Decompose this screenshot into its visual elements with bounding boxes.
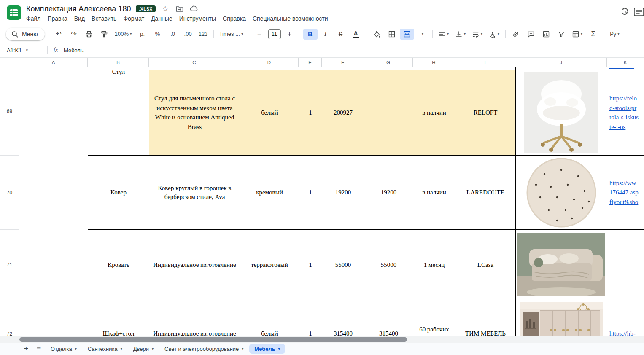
menu-format[interactable]: Формат [120, 14, 148, 23]
redo-button[interactable]: ↷ [67, 29, 81, 40]
cell-H69[interactable]: в налчии [413, 70, 455, 156]
percent-format-button[interactable]: % [151, 29, 165, 40]
col-header-B[interactable]: B [88, 58, 149, 67]
col-header-J[interactable]: J [515, 58, 607, 67]
merge-cells-caret[interactable]: ▾ [415, 29, 429, 40]
menu-data[interactable]: Данные [148, 14, 176, 23]
sheet-tab-dveri[interactable]: Двери▾ [128, 344, 159, 354]
vertical-align-button[interactable]: ▾ [453, 29, 469, 40]
column-a-cells[interactable] [19, 67, 88, 336]
horizontal-align-button[interactable]: ▾ [436, 29, 452, 40]
menu-file[interactable]: Файл [23, 14, 44, 23]
cell-K71[interactable] [607, 230, 644, 300]
col-header-G[interactable]: G [364, 58, 413, 67]
decrease-decimal-button[interactable]: .0 [166, 29, 180, 40]
side-panel-icon[interactable] [633, 7, 644, 17]
menu-edit[interactable]: Правка [44, 14, 70, 23]
text-rotation-button[interactable]: ▾ [486, 29, 502, 40]
document-title[interactable]: Комплектация Алексеева 180 [26, 5, 131, 13]
cell-K68-partial[interactable] [607, 67, 644, 70]
cell-E69[interactable]: 1 [299, 70, 322, 156]
cell-I72[interactable]: ТИМ МЕБЕЛЬ [455, 300, 515, 336]
cell-I70[interactable]: LAREDOUTE [455, 156, 515, 230]
cell-C70[interactable]: Ковер круглый в горошек в берберском сти… [149, 156, 240, 230]
all-sheets-button[interactable]: ≡ [33, 344, 45, 354]
cell-G68-partial[interactable] [364, 67, 413, 70]
menu-insert[interactable]: Вставить [88, 14, 120, 23]
undo-button[interactable]: ↶ [51, 29, 66, 40]
cell-D69[interactable]: белый [240, 70, 299, 156]
insert-chart-button[interactable] [539, 29, 553, 40]
cell-D70[interactable]: кремовый [240, 156, 299, 230]
row-header-70[interactable]: 70 [0, 156, 19, 230]
zoom-select[interactable]: 100%▾ [112, 29, 135, 40]
col-header-D[interactable]: D [240, 58, 299, 67]
cell-B70[interactable]: Ковер [88, 156, 149, 230]
link-line[interactable]: 176447.asp [609, 188, 639, 197]
create-filter-button[interactable] [554, 29, 569, 40]
cell-K69[interactable]: https://relo d-stools/pr tola-s-iskus te… [607, 70, 644, 156]
cloud-saved-icon[interactable] [189, 4, 199, 13]
row-header-69[interactable]: 69 [0, 67, 19, 156]
cell-D68-partial[interactable] [240, 67, 299, 70]
cell-E71[interactable]: 1 [299, 230, 322, 300]
link-line[interactable]: te-i-os [609, 122, 625, 132]
cell-G71[interactable]: 55000 [364, 230, 413, 300]
cell-I69[interactable]: RELOFT [455, 70, 515, 156]
merge-cells-button[interactable] [400, 29, 414, 40]
italic-button[interactable]: I [318, 29, 333, 40]
cell-B71[interactable]: Кровать [88, 230, 149, 300]
sheet-tab-otdelka[interactable]: Отделка▾ [46, 344, 82, 354]
row-header-71[interactable]: 71 [0, 230, 19, 300]
cell-J69[interactable] [515, 70, 607, 156]
increase-decimal-button[interactable]: .00 [181, 29, 195, 40]
paint-format-button[interactable] [97, 29, 111, 40]
font-size-input[interactable]: 11 [268, 29, 281, 39]
col-header-C[interactable]: C [149, 58, 240, 67]
link-line[interactable]: https://ww [609, 178, 636, 188]
cell-G72[interactable]: 315400 [364, 300, 413, 336]
move-to-folder-icon[interactable] [175, 4, 184, 13]
menu-view[interactable]: Вид [71, 14, 88, 23]
name-box[interactable]: A1:K1▾ [0, 47, 44, 54]
insert-comment-button[interactable] [524, 29, 538, 40]
insert-link-button[interactable] [509, 29, 523, 40]
table-views-button[interactable]: ▾ [569, 29, 585, 40]
col-header-F[interactable]: F [322, 58, 364, 67]
increase-font-size-button[interactable]: + [283, 29, 297, 40]
link-line[interactable]: https://hb- [609, 329, 636, 336]
input-tools-button[interactable]: Ру▾ [607, 29, 623, 40]
cell-G69[interactable] [364, 70, 413, 156]
text-wrap-button[interactable]: ▾ [469, 29, 485, 40]
sheets-logo-icon[interactable] [7, 5, 21, 20]
cell-C71[interactable]: Индивидуальное изготовление [149, 230, 240, 300]
sheet-tab-svet[interactable]: Свет и электрооборудование▾ [159, 344, 248, 354]
cell-E72[interactable]: 1 [299, 300, 322, 336]
cell-I71[interactable]: LCasa [455, 230, 515, 300]
col-header-K[interactable]: K [607, 58, 644, 67]
sheet-tab-santehnika[interactable]: Сантехника▾ [83, 344, 127, 354]
functions-button[interactable]: Σ [586, 29, 601, 40]
cell-F68-partial[interactable] [322, 67, 364, 70]
col-header-I[interactable]: I [455, 58, 515, 67]
sheet-tab-mebel[interactable]: Мебель▾ [249, 344, 285, 354]
col-header-H[interactable]: H [413, 58, 455, 67]
strikethrough-button[interactable]: S [334, 29, 348, 40]
horizontal-scrollbar-thumb[interactable] [19, 337, 407, 342]
link-line[interactable]: tola-s-iskus [609, 113, 639, 122]
menu-help[interactable]: Справка [219, 14, 249, 23]
cell-D71[interactable]: терракотовый [240, 230, 299, 300]
cell-F72[interactable]: 315400 [322, 300, 364, 336]
decrease-font-size-button[interactable]: − [252, 29, 267, 40]
cell-F69[interactable]: 200927 [322, 70, 364, 156]
star-icon[interactable]: ☆ [161, 4, 170, 13]
link-line[interactable]: flyout&sho [609, 197, 638, 207]
cell-J70[interactable] [515, 156, 607, 230]
menu-search-button[interactable]: Меню [6, 28, 45, 40]
borders-button[interactable] [385, 29, 399, 40]
row-header-72[interactable]: 72 [0, 300, 19, 336]
cell-J68-partial[interactable] [515, 67, 607, 70]
cell-F71[interactable]: 55000 [322, 230, 364, 300]
cell-B72[interactable]: Шкаф+стол [88, 300, 149, 336]
fill-color-button[interactable] [369, 29, 384, 40]
